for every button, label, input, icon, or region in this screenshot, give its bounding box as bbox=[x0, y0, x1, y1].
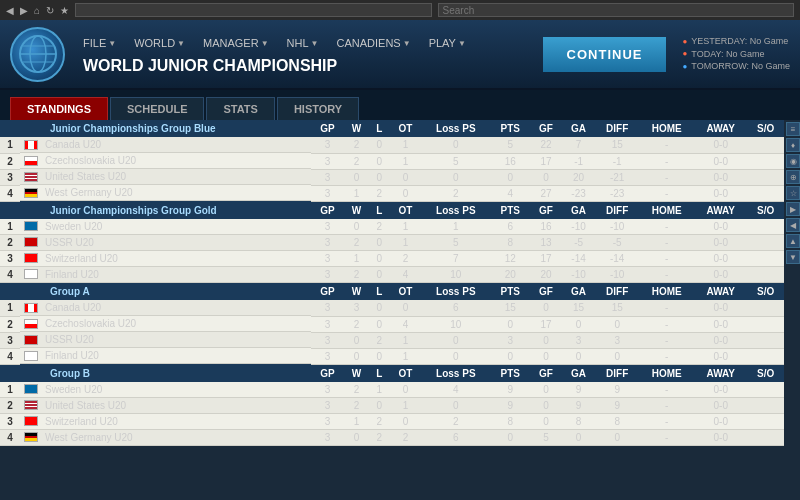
group-header-2: Group A GPWLOTLoss PSPTSGFGADIFFHOMEAWAY… bbox=[0, 283, 784, 301]
page-title: WORLD JUNIOR CHAMPIONSHIP bbox=[83, 57, 337, 74]
menu-file[interactable]: FILE ▼ bbox=[75, 33, 124, 53]
standings-content: Junior Championships Group Blue GPWLOTLo… bbox=[0, 120, 784, 470]
group-header-3: Group B GPWLOTLoss PSPTSGFGADIFFHOMEAWAY… bbox=[0, 364, 784, 382]
menu-nhl[interactable]: NHL ▼ bbox=[279, 33, 327, 53]
menu-play[interactable]: PLAY ▼ bbox=[421, 33, 474, 53]
tab-history[interactable]: HISTORY bbox=[277, 97, 359, 120]
group-header-1: Junior Championships Group Gold GPWLOTLo… bbox=[0, 201, 784, 219]
table-row: 3 Switzerland U20 3 1 2 0 2 8 0 8 8 - 0-… bbox=[0, 414, 784, 430]
side-icon-4[interactable]: ⊕ bbox=[786, 170, 800, 184]
table-row: 2 USSR U20 3 2 0 1 5 8 13 -5 -5 - 0-0 bbox=[0, 235, 784, 251]
nav-refresh-icon[interactable]: ↻ bbox=[46, 5, 54, 16]
table-row: 3 Switzerland U20 3 1 0 2 7 12 17 -14 -1… bbox=[0, 251, 784, 267]
group-header-0: Junior Championships Group Blue GPWLOTLo… bbox=[0, 120, 784, 137]
side-icon-5[interactable]: ☆ bbox=[786, 186, 800, 200]
main-header: FILE ▼ WORLD ▼ MANAGER ▼ NHL ▼ CANADIENS… bbox=[0, 20, 800, 90]
side-icon-1[interactable]: ≡ bbox=[786, 122, 800, 136]
url-bar[interactable]: Unemployed | MON. JAN. 2 1978 bbox=[75, 3, 431, 17]
table-row: 2 United States U20 3 2 0 1 0 9 0 9 9 - … bbox=[0, 398, 784, 414]
table-row: 3 United States U20 3 0 0 0 0 0 0 20 -21… bbox=[0, 169, 784, 185]
side-icon-8[interactable]: ▲ bbox=[786, 234, 800, 248]
table-row: 4 West Germany U20 3 0 2 2 6 0 5 0 0 - 0… bbox=[0, 430, 784, 446]
side-icon-2[interactable]: ♦ bbox=[786, 138, 800, 152]
nav-back-icon[interactable]: ◀ bbox=[6, 5, 14, 16]
continue-button[interactable]: CONTINUE bbox=[543, 37, 667, 72]
side-icon-6[interactable]: ▶ bbox=[786, 202, 800, 216]
tab-schedule[interactable]: SCHEDULE bbox=[110, 97, 205, 120]
table-row: 1 Sweden U20 3 2 1 0 4 9 0 9 9 - 0-0 bbox=[0, 382, 784, 398]
table-row: 4 West Germany U20 3 1 2 0 2 4 27 -23 -2… bbox=[0, 185, 784, 201]
menu-canadiens[interactable]: CANADIENS ▼ bbox=[329, 33, 419, 53]
tab-stats[interactable]: STATS bbox=[206, 97, 274, 120]
side-icon-9[interactable]: ▼ bbox=[786, 250, 800, 264]
menu-world[interactable]: WORLD ▼ bbox=[126, 33, 193, 53]
nav-star-icon[interactable]: ★ bbox=[60, 5, 69, 16]
app-logo bbox=[10, 27, 65, 82]
table-row: 1 Sweden U20 3 0 2 1 1 6 16 -10 -10 - 0-… bbox=[0, 219, 784, 235]
side-icon-7[interactable]: ◀ bbox=[786, 218, 800, 232]
tab-standings[interactable]: STANDINGS bbox=[10, 97, 108, 120]
nav-forward-icon[interactable]: ▶ bbox=[20, 5, 28, 16]
standings-table: Junior Championships Group Blue GPWLOTLo… bbox=[0, 120, 784, 446]
table-row: 2 Czechoslovakia U20 3 2 0 1 5 16 17 -1 … bbox=[0, 153, 784, 169]
table-row: 4 Finland U20 3 2 0 4 10 20 20 -10 -10 -… bbox=[0, 267, 784, 283]
menu-manager[interactable]: MANAGER ▼ bbox=[195, 33, 277, 53]
side-icon-3[interactable]: ◉ bbox=[786, 154, 800, 168]
table-row: 1 Canada U20 3 2 0 1 0 5 22 7 15 - 0-0 bbox=[0, 137, 784, 153]
table-row: 2 Czechoslovakia U20 3 2 0 4 10 0 17 0 0… bbox=[0, 316, 784, 332]
tabs: STANDINGS SCHEDULE STATS HISTORY bbox=[0, 90, 800, 120]
table-row: 4 Finland U20 3 0 0 1 0 0 0 0 0 - 0-0 bbox=[0, 348, 784, 364]
nav-home-icon[interactable]: ⌂ bbox=[34, 5, 40, 16]
table-row: 3 USSR U20 3 0 2 1 0 3 0 3 3 - 0-0 bbox=[0, 332, 784, 348]
browser-bar: ◀ ▶ ⌂ ↻ ★ Unemployed | MON. JAN. 2 1978 bbox=[0, 0, 800, 20]
right-panel: ≡ ♦ ◉ ⊕ ☆ ▶ ◀ ▲ ▼ bbox=[784, 120, 800, 470]
table-row: 1 Canada U20 3 3 0 0 6 15 0 15 15 - 0-0 bbox=[0, 300, 784, 316]
search-input[interactable] bbox=[438, 3, 794, 17]
menu-bar: FILE ▼ WORLD ▼ MANAGER ▼ NHL ▼ CANADIENS… bbox=[75, 33, 533, 53]
side-info: ●YESTERDAY: No Game ●TODAY: No Game ●TOM… bbox=[676, 35, 790, 73]
